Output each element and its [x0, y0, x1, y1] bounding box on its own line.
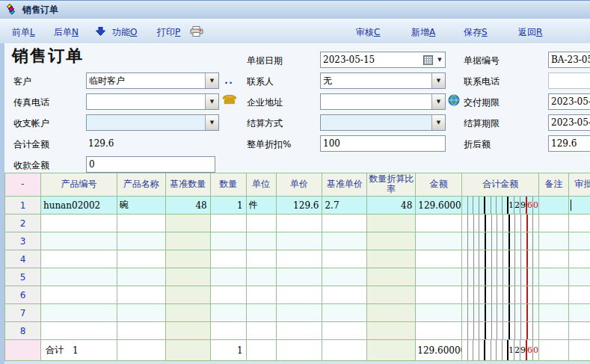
cell-price[interactable]: 129.6 — [277, 197, 323, 215]
cell-qty[interactable] — [211, 322, 247, 340]
cell-name[interactable] — [117, 268, 166, 286]
cell-remark[interactable] — [539, 322, 569, 340]
discounted-amount-field[interactable]: 129.6 — [548, 135, 590, 152]
cell-ratio[interactable] — [367, 322, 416, 340]
cell-qty[interactable] — [211, 304, 247, 322]
fax-phone-combo[interactable]: ▼ — [86, 93, 219, 110]
cell-ledger[interactable] — [462, 304, 539, 322]
cell-base_qty[interactable] — [166, 268, 211, 286]
contact-phone-field[interactable] — [548, 73, 590, 89]
cell-unit[interactable]: 件 — [247, 197, 277, 215]
fax-phone-dropdown-arrow[interactable]: ▼ — [205, 94, 218, 109]
save-button[interactable]: 保存S — [464, 26, 488, 39]
cell-amount[interactable] — [416, 322, 462, 340]
cell-ratio[interactable] — [367, 250, 416, 268]
cell-amount[interactable] — [416, 215, 462, 232]
cell-price[interactable] — [277, 268, 323, 286]
company-address-dropdown-arrow[interactable]: ▼ — [431, 94, 445, 109]
cell-base_qty[interactable] — [166, 250, 211, 268]
cell-ledger[interactable] — [462, 250, 539, 268]
cell-name[interactable] — [117, 322, 166, 340]
cell-code[interactable] — [41, 215, 117, 232]
cell-price[interactable] — [277, 286, 323, 304]
contact-dropdown-arrow[interactable]: ▼ — [431, 73, 445, 88]
customer-dropdown-arrow[interactable]: ▼ — [205, 73, 218, 88]
pay-account-combo[interactable]: ▼ — [86, 114, 219, 131]
row-number[interactable]: 1 — [5, 197, 41, 215]
row-number[interactable]: 7 — [5, 304, 41, 322]
cell-amount[interactable] — [416, 250, 462, 268]
pay-account-dropdown-arrow[interactable]: ▼ — [205, 115, 218, 130]
cell-unit[interactable] — [247, 215, 277, 232]
cell-base_qty[interactable]: 48 — [166, 197, 211, 215]
cell-unit[interactable] — [247, 232, 277, 250]
cell-ratio[interactable]: 48 — [367, 197, 416, 215]
doc-date-dropdown-arrow[interactable]: ▼ — [434, 57, 445, 63]
print-button[interactable]: 打印P — [157, 26, 180, 39]
cell-base_qty[interactable] — [166, 215, 211, 232]
row-number[interactable]: 4 — [5, 250, 41, 268]
new-button[interactable]: 新增A — [411, 26, 435, 39]
cell-unit[interactable] — [247, 286, 277, 304]
cell-name[interactable] — [117, 304, 166, 322]
cell-approve[interactable] — [569, 304, 590, 322]
cell-remark[interactable] — [539, 286, 569, 304]
cell-base_price[interactable]: 2.7 — [322, 197, 367, 215]
cell-ledger[interactable] — [462, 268, 539, 286]
cell-remark[interactable] — [539, 215, 569, 232]
row-number[interactable]: 3 — [5, 232, 41, 250]
cell-code[interactable] — [41, 268, 117, 286]
company-address-combo[interactable]: ▼ — [320, 93, 446, 110]
received-amount-input[interactable]: 0 — [86, 156, 215, 173]
cell-amount[interactable] — [416, 268, 462, 286]
cell-approve[interactable] — [569, 232, 590, 250]
cell-qty[interactable] — [211, 268, 247, 286]
row-number[interactable]: 6 — [5, 286, 41, 304]
cell-price[interactable] — [277, 304, 323, 322]
cell-base_qty[interactable] — [166, 304, 211, 322]
customer-more-button[interactable]: .. — [224, 75, 233, 86]
cell-base_price[interactable] — [322, 304, 367, 322]
settle-method-dropdown-arrow[interactable]: ▼ — [431, 115, 445, 130]
cell-unit[interactable] — [247, 250, 277, 268]
cell-remark[interactable] — [539, 197, 569, 215]
cell-code[interactable]: hunan02002 — [41, 197, 117, 215]
discount-pct-input[interactable]: 100 — [320, 135, 446, 152]
customer-combo[interactable]: 临时客户 ▼ — [86, 73, 219, 89]
next-doc-button[interactable]: 后单N — [54, 26, 79, 39]
return-button[interactable]: 返回R — [518, 26, 542, 39]
calendar-icon[interactable] — [423, 55, 433, 65]
cell-remark[interactable] — [539, 304, 569, 322]
cell-name[interactable] — [117, 286, 166, 304]
doc-date-field[interactable]: 2023-05-15 ▼ — [320, 52, 446, 68]
settle-method-combo[interactable]: ▼ — [320, 114, 446, 131]
cell-base_price[interactable] — [322, 250, 367, 268]
cell-remark[interactable] — [539, 268, 569, 286]
row-number[interactable]: 8 — [5, 322, 41, 340]
printer-icon[interactable] — [190, 26, 203, 37]
cell-base_price[interactable] — [322, 268, 367, 286]
cell-approve[interactable] — [569, 268, 590, 286]
cell-price[interactable] — [277, 250, 323, 268]
row-number[interactable]: 5 — [5, 268, 41, 286]
cell-ratio[interactable] — [367, 232, 416, 250]
cell-base_price[interactable] — [322, 286, 367, 304]
cell-code[interactable] — [41, 232, 117, 250]
cell-unit[interactable] — [247, 304, 277, 322]
cell-ledger[interactable]: 12960 — [462, 197, 539, 215]
cell-price[interactable] — [277, 232, 323, 250]
cell-ratio[interactable] — [367, 268, 416, 286]
cell-name[interactable] — [117, 215, 166, 232]
cell-base_price[interactable] — [322, 215, 367, 232]
cell-remark[interactable] — [539, 250, 569, 268]
cell-name[interactable] — [117, 232, 166, 250]
cell-approve[interactable] — [569, 215, 590, 232]
contact-combo[interactable]: 无 ▼ — [320, 73, 446, 89]
cell-price[interactable] — [277, 215, 323, 232]
cell-amount[interactable]: 129.600006 — [416, 197, 462, 215]
cell-code[interactable] — [41, 304, 117, 322]
functions-button[interactable]: 功能O — [112, 26, 137, 39]
cell-ratio[interactable] — [367, 286, 416, 304]
cell-base_qty[interactable] — [166, 322, 211, 340]
settle-deadline-field[interactable]: 2023-05-15 — [548, 114, 590, 131]
